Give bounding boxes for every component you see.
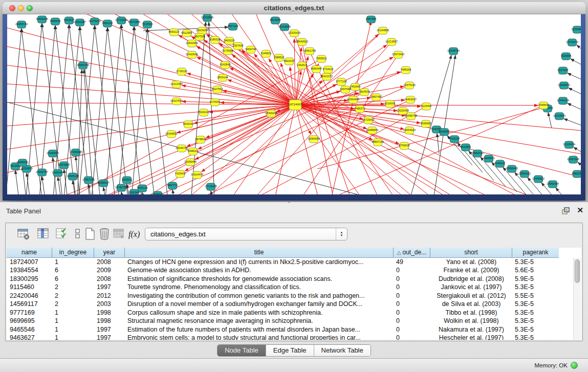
memory-status-icon[interactable] xyxy=(571,362,578,369)
citation-graph[interactable]: 2405572430691406946554694636271065328715… xyxy=(7,14,581,194)
cell-out_degree[interactable]: 0 xyxy=(393,317,430,325)
cell-pagerank[interactable]: 5.3E-5 xyxy=(512,283,559,292)
cell-in_degree[interactable]: 1 xyxy=(52,334,94,340)
cell-year[interactable]: 2008 xyxy=(94,258,124,267)
cell-title[interactable]: Tourette syndrome. Phenomenology and cla… xyxy=(124,283,393,292)
cell-out_degree[interactable]: 0 xyxy=(393,275,430,283)
network-window-titlebar[interactable]: citations_edges.txt xyxy=(3,2,585,14)
cell-short[interactable]: Nakamura et al. (1997) xyxy=(430,325,512,334)
cell-pagerank[interactable]: 5.9E-5 xyxy=(512,275,559,283)
cell-out_degree[interactable]: 0 xyxy=(393,266,430,275)
cell-name[interactable]: 9465546 xyxy=(7,325,52,334)
cell-name[interactable]: 9463627 xyxy=(7,334,52,340)
cell-pagerank[interactable]: 5.3E-5 xyxy=(512,258,559,267)
cell-short[interactable]: Yano et al. (2008) xyxy=(430,258,512,267)
cell-out_degree[interactable]: 0 xyxy=(393,292,430,300)
table-body[interactable]: 1872400712008Changes of HCN gene express… xyxy=(7,258,581,340)
table-row[interactable]: 946554611997Estimation of the future num… xyxy=(7,325,559,334)
cell-in_degree[interactable]: 1 xyxy=(52,317,94,325)
table-row[interactable]: 1938455462009Genome-wide association stu… xyxy=(7,266,559,275)
cell-name[interactable]: 19384554 xyxy=(7,266,52,275)
cell-name[interactable]: 14569117 xyxy=(7,300,52,309)
table-row[interactable]: 969969511998Structural magnetic resonanc… xyxy=(7,317,559,325)
cell-pagerank[interactable]: 5.6E-5 xyxy=(512,266,559,275)
cell-pagerank[interactable]: 5.3E-5 xyxy=(512,300,559,309)
cell-year[interactable]: 1997 xyxy=(94,334,124,340)
cell-out_degree[interactable]: 0 xyxy=(393,309,430,317)
table-select-dropdown[interactable]: citations_edges.txt ▲▼ xyxy=(145,228,347,240)
table-vertical-scrollbar[interactable] xyxy=(573,258,581,340)
row-height-icon[interactable] xyxy=(71,227,84,240)
column-header-name[interactable]: name xyxy=(7,248,52,258)
cell-name[interactable]: 9777169 xyxy=(7,309,52,317)
cell-title[interactable]: Structural magnetic resonance image aver… xyxy=(124,317,393,325)
cell-title[interactable]: Changes of HCN gene expression and I(f) … xyxy=(124,258,393,267)
cell-in_degree[interactable]: 6 xyxy=(52,266,94,275)
column-header-short[interactable]: short xyxy=(430,248,512,258)
table-row[interactable]: 2242004622012Investigating the contribut… xyxy=(7,292,559,300)
table-row[interactable]: 1872400712008Changes of HCN gene express… xyxy=(7,258,559,267)
cell-name[interactable]: 22420046 xyxy=(7,292,52,300)
cell-year[interactable]: 2009 xyxy=(94,266,124,275)
table-row[interactable]: 1456911722003Disruption of a novel membe… xyxy=(7,300,559,309)
column-header-pagerank[interactable]: pagerank xyxy=(512,248,559,258)
cell-short[interactable]: Franke et al. (2009) xyxy=(430,266,512,275)
cell-name[interactable]: 9115460 xyxy=(7,283,52,292)
cell-year[interactable]: 1997 xyxy=(94,283,124,292)
cell-out_degree[interactable]: 49 xyxy=(393,258,430,267)
cell-year[interactable]: 2003 xyxy=(94,300,124,309)
cell-title[interactable]: Investigating the contribution of common… xyxy=(124,292,393,300)
cell-short[interactable]: Wolkin et al. (1998) xyxy=(430,317,512,325)
function-builder-icon[interactable]: f(x) xyxy=(128,230,142,243)
select-columns-icon[interactable] xyxy=(36,227,50,240)
cell-title[interactable]: Disruption of a novel member of a sodium… xyxy=(124,300,393,309)
cell-pagerank[interactable]: 5.3E-5 xyxy=(512,334,559,340)
cell-title[interactable]: Estimation of the future numbers of pati… xyxy=(124,325,393,334)
panel-resize-grip[interactable]: ⌃ xyxy=(287,201,291,207)
cell-in_degree[interactable]: 1 xyxy=(52,258,94,267)
cell-title[interactable]: Embryonic stem cells: a model to study s… xyxy=(124,334,393,340)
tab-node-table[interactable]: Node Table xyxy=(217,345,266,356)
cell-title[interactable]: Genome-wide association studies in ADHD. xyxy=(124,266,393,275)
cell-in_degree[interactable]: 2 xyxy=(52,292,94,300)
cell-title[interactable]: Corpus callosum shape and size in male p… xyxy=(124,309,393,317)
column-header-title[interactable]: title xyxy=(124,248,393,258)
cell-out_degree[interactable]: 0 xyxy=(393,300,430,309)
cell-year[interactable]: 2012 xyxy=(94,292,124,300)
cell-year[interactable]: 1998 xyxy=(94,309,124,317)
cell-pagerank[interactable]: 5.5E-5 xyxy=(512,292,559,300)
delete-table-icon[interactable] xyxy=(98,227,111,240)
cell-pagerank[interactable]: 5.3E-5 xyxy=(512,317,559,325)
column-header-out_degree[interactable]: △out_de... xyxy=(393,248,430,258)
cell-short[interactable]: Jankovic et al. (1997) xyxy=(430,283,512,292)
tab-network-table[interactable]: Network Table xyxy=(314,345,371,356)
cell-short[interactable]: Stergiakouli et al. (2012) xyxy=(430,292,512,300)
cell-out_degree[interactable]: 0 xyxy=(393,334,430,340)
cell-in_degree[interactable]: 2 xyxy=(52,283,94,292)
table-row[interactable]: 911546021997Tourette syndrome. Phenomeno… xyxy=(7,283,559,292)
cell-out_degree[interactable]: 0 xyxy=(393,325,430,334)
table-row[interactable]: 977716911998Corpus callosum shape and si… xyxy=(7,309,559,317)
cell-pagerank[interactable]: 5.3E-5 xyxy=(512,325,559,334)
cell-year[interactable]: 1998 xyxy=(94,317,124,325)
cell-out_degree[interactable]: 0 xyxy=(393,283,430,292)
tab-edge-table[interactable]: Edge Table xyxy=(266,345,314,356)
cell-year[interactable]: 2008 xyxy=(94,275,124,283)
cell-short[interactable]: Tibbo et al. (1998) xyxy=(430,309,512,317)
table-row[interactable]: 946362711997Embryonic stem cells: a mode… xyxy=(7,334,559,340)
cell-in_degree[interactable]: 2 xyxy=(52,300,94,309)
network-canvas[interactable]: 2405572430691406946554694636271065328715… xyxy=(7,14,581,194)
cell-pagerank[interactable]: 5.3E-5 xyxy=(512,309,559,317)
table-settings-icon[interactable] xyxy=(17,227,30,240)
new-table-icon[interactable] xyxy=(83,227,97,240)
cell-name[interactable]: 18724007 xyxy=(7,258,52,267)
column-header-year[interactable]: year xyxy=(94,248,124,258)
float-panel-icon[interactable] xyxy=(561,207,571,215)
cell-in_degree[interactable]: 6 xyxy=(52,275,94,283)
cell-name[interactable]: 18300295 xyxy=(7,275,52,283)
cell-short[interactable]: Dudbridge et al. (2008) xyxy=(430,275,512,283)
cell-short[interactable]: de Silva et al. (2003) xyxy=(430,300,512,309)
scrollbar-thumb[interactable] xyxy=(575,259,580,283)
select-rows-icon[interactable] xyxy=(55,227,68,240)
cell-year[interactable]: 1997 xyxy=(94,325,124,334)
